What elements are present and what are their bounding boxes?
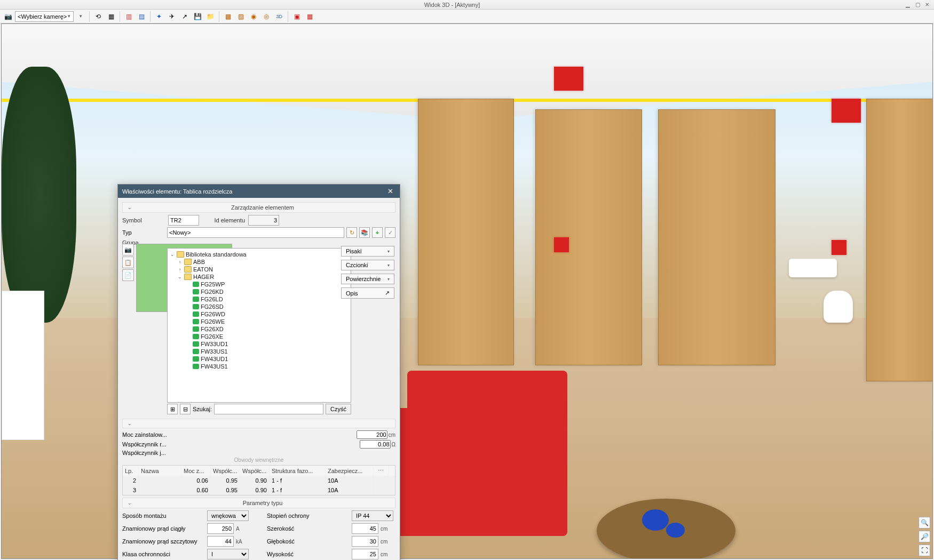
tool-render3-icon[interactable]: ◉	[248, 11, 259, 22]
tool-save-icon[interactable]: 💾	[192, 11, 203, 22]
tool-settings-icon[interactable]: ▦	[304, 11, 315, 22]
tree-item[interactable]: FG26XE	[170, 333, 349, 340]
tree-brand-abb[interactable]: ›ABB	[170, 258, 349, 266]
tree-root[interactable]: ⌄Biblioteka standardowa	[170, 251, 349, 258]
param-select[interactable]: wnękowa	[207, 510, 249, 521]
dialog-title: Właściwości elementu: Tablica rozdzielcz…	[122, 188, 232, 195]
param-row: Stopień ochronyIP 44	[267, 510, 395, 521]
param-select[interactable]: IP 44	[352, 510, 393, 521]
chevron-down-icon: ⌄	[126, 421, 133, 426]
tool-render2-icon[interactable]: ▨	[235, 11, 247, 22]
tree-item[interactable]: FG26XD	[170, 325, 349, 333]
scene-door	[418, 99, 514, 365]
type-tree[interactable]: ⌄Biblioteka standardowa ›ABB ›EATON ⌄HAG…	[167, 248, 351, 403]
tree-brand-hager[interactable]: ⌄HAGER	[170, 273, 349, 281]
tree-item[interactable]: FW43UD1	[170, 355, 349, 363]
preview-info-tab-icon[interactable]: 📄	[122, 269, 134, 281]
tree-item[interactable]: FG26SD	[170, 303, 349, 310]
search-collapse-icon[interactable]: ⊟	[180, 404, 191, 414]
label-factor1: Współczynnik r...	[122, 441, 170, 447]
camera-select[interactable]: <Wybierz kamerę> ▼	[15, 11, 74, 22]
param-row: Znamionowy prąd ciągłyA	[122, 523, 251, 534]
search-clear-button[interactable]: Czyść	[326, 404, 351, 414]
zoom-controls: 🔍 🔎 ⛶	[919, 517, 930, 556]
scene-door	[866, 99, 933, 381]
tool-render4-icon[interactable]: ◎	[260, 11, 272, 22]
scene-alarm	[554, 67, 583, 91]
tool-3d-icon[interactable]: 3D	[273, 11, 285, 22]
param-select[interactable]: I	[207, 549, 249, 559]
window-title: Widok 3D - [Aktywny]	[0, 2, 904, 8]
fonts-button[interactable]: Czcionki▾	[341, 260, 394, 270]
close-icon[interactable]: ✕	[385, 187, 395, 195]
scene-cup	[666, 523, 685, 538]
section-header-params[interactable]: ⌄ Parametry typu	[122, 498, 395, 508]
tree-item[interactable]: FW33US1	[170, 348, 349, 355]
dialog-titlebar[interactable]: Właściwości elementu: Tablica rozdzielcz…	[118, 185, 400, 198]
label-type: Typ	[122, 229, 165, 236]
symbol-input[interactable]	[168, 215, 199, 226]
grid-header: Lp. Nazwa Moc z... Współc... Współc... S…	[123, 466, 395, 476]
tool-grid-icon[interactable]: ▥	[123, 11, 134, 22]
param-input[interactable]	[207, 536, 234, 547]
param-row: Znamionowy prąd szczytowykA	[122, 536, 251, 547]
tool-folder-icon[interactable]: 📁	[204, 11, 216, 22]
height-input[interactable]	[357, 430, 387, 439]
tool-record-icon[interactable]: ▣	[291, 11, 303, 22]
param-input[interactable]	[352, 523, 378, 534]
zoom-out-icon[interactable]: 🔎	[919, 531, 930, 542]
section-header-manage[interactable]: ⌄ Zarządzanie elementem	[122, 202, 395, 213]
tree-item[interactable]: FW43US1	[170, 363, 349, 370]
tree-item[interactable]: FG25WP	[170, 281, 349, 288]
scene-sink	[789, 259, 837, 277]
label-symbol: Symbol	[122, 217, 165, 223]
surfaces-button[interactable]: Powierzchnie▾	[341, 274, 394, 284]
preview-3d-tab-icon[interactable]: 📷	[122, 244, 134, 255]
tree-item[interactable]: FG26WD	[170, 310, 349, 318]
tool-plane-icon[interactable]: ✈	[166, 11, 178, 22]
tree-item[interactable]: FG26WE	[170, 318, 349, 325]
tool-orbit-icon[interactable]: ⟲	[92, 11, 104, 22]
zoom-in-icon[interactable]: 🔍	[919, 517, 930, 529]
param-input[interactable]	[352, 549, 378, 559]
search-input[interactable]	[214, 404, 323, 414]
window-close-icon[interactable]: ✕	[923, 2, 931, 8]
scene-toilet	[824, 291, 853, 323]
param-row: Klasa ochronnościI	[122, 549, 251, 559]
preview-2d-tab-icon[interactable]: 📋	[122, 257, 134, 268]
window-minimize-icon[interactable]: ▁	[904, 2, 912, 8]
tree-brand-eaton[interactable]: ›EATON	[170, 266, 349, 273]
type-library-icon[interactable]: 📚	[359, 227, 370, 238]
window-maximize-icon[interactable]: ▢	[914, 2, 921, 8]
tree-item[interactable]: FG26KD	[170, 288, 349, 295]
tool-render1-icon[interactable]: ▩	[222, 11, 234, 22]
scene-door	[658, 109, 775, 365]
tool-arrow-icon[interactable]: ↗	[179, 11, 191, 22]
section-header-collapsed[interactable]: ⌄	[122, 419, 395, 428]
tree-item[interactable]: FW33UD1	[170, 340, 349, 348]
tool-layers-icon[interactable]: ▤	[136, 11, 147, 22]
circuits-grid: Lp. Nazwa Moc z... Współc... Współc... S…	[122, 465, 395, 495]
type-check-icon[interactable]: ✓	[385, 227, 395, 238]
chevron-down-icon: ⌄	[126, 205, 133, 210]
dropdown-icon[interactable]: ▼	[75, 11, 86, 22]
search-expand-icon[interactable]: ⊞	[167, 404, 178, 414]
table-row[interactable]: 20.060.950.901 - f10A	[123, 476, 395, 485]
tool-axes-icon[interactable]: ✦	[153, 11, 165, 22]
type-add-icon[interactable]: +	[372, 227, 383, 238]
type-refresh-icon[interactable]: ↻	[346, 227, 357, 238]
type-combo[interactable]	[167, 227, 344, 238]
camera-icon[interactable]: 📷	[2, 11, 14, 22]
description-button[interactable]: Opis↗	[341, 287, 394, 299]
label-search: Szukaj:	[193, 406, 212, 412]
pens-button[interactable]: Pisaki▾	[341, 246, 394, 257]
param-input[interactable]	[352, 536, 378, 547]
param-row: Szerokośćcm	[267, 523, 395, 534]
tree-item[interactable]: FG26LD	[170, 295, 349, 303]
zoom-fit-icon[interactable]: ⛶	[919, 545, 930, 556]
grid-add-icon[interactable]: ⋯	[374, 466, 389, 476]
param-input[interactable]	[207, 523, 234, 534]
tool-select-icon[interactable]: ▦	[105, 11, 117, 22]
table-row[interactable]: 30.600.950.901 - f10A	[123, 485, 395, 495]
impedance-input[interactable]	[360, 440, 391, 449]
